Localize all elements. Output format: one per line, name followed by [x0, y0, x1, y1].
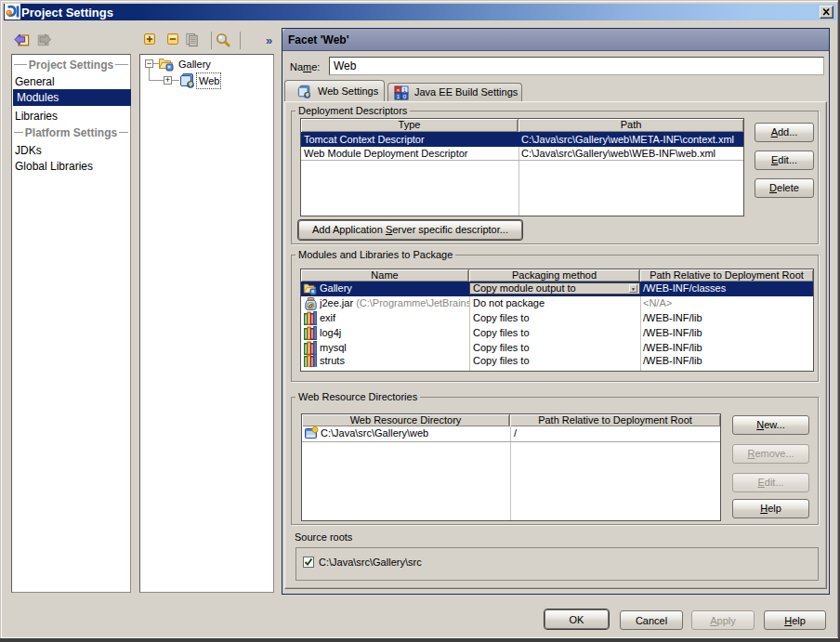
- svg-text:×: ×: [397, 87, 400, 93]
